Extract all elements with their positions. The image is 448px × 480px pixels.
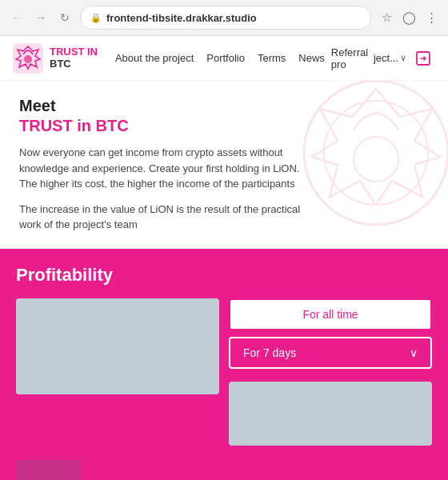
logo[interactable]: TRUST IN BTC bbox=[13, 43, 98, 74]
forward-button[interactable]: → bbox=[32, 9, 50, 26]
profitability-grid: For all time For 7 days ∨ bbox=[16, 298, 432, 455]
for-all-time-button[interactable]: For all time bbox=[229, 298, 432, 330]
nav-referral-dropdown[interactable]: Referral project... ∨ bbox=[331, 46, 406, 70]
back-button[interactable]: ← bbox=[8, 9, 26, 26]
svg-point-2 bbox=[24, 55, 32, 63]
bar-chart-1 bbox=[16, 460, 80, 481]
reload-button[interactable]: ↻ bbox=[56, 9, 74, 26]
lock-icon: 🔒 bbox=[90, 13, 102, 23]
svg-point-7 bbox=[354, 137, 398, 182]
address-bar[interactable]: 🔒 frontend-tibsite.drakkar.studio bbox=[80, 6, 371, 30]
svg-point-5 bbox=[324, 101, 428, 205]
bottom-bar-charts bbox=[16, 455, 432, 481]
page-content: TRUST IN BTC About the project Portfolio… bbox=[0, 36, 448, 480]
logo-text: TRUST IN BTC bbox=[50, 46, 98, 70]
profitability-title: Profitability bbox=[16, 265, 432, 286]
logo-icon bbox=[13, 43, 43, 74]
site-nav: TRUST IN BTC About the project Portfolio… bbox=[0, 36, 448, 81]
login-button[interactable] bbox=[411, 46, 435, 70]
extension-icon[interactable]: ◯ bbox=[400, 9, 418, 26]
nav-about[interactable]: About the project bbox=[109, 47, 200, 69]
browser-toolbar: ← → ↻ 🔒 frontend-tibsite.drakkar.studio … bbox=[0, 0, 448, 35]
right-controls: For all time For 7 days ∨ bbox=[229, 298, 432, 446]
main-chart-placeholder bbox=[16, 298, 219, 394]
nav-terms[interactable]: Terms bbox=[251, 47, 292, 69]
url-text: frontend-tibsite.drakkar.studio bbox=[106, 12, 257, 24]
menu-icon[interactable]: ⋮ bbox=[422, 9, 440, 26]
nav-links: About the project Portfolio Terms News R… bbox=[109, 46, 406, 70]
hero-paragraph-1: Now everyone can get income from crypto … bbox=[19, 145, 315, 192]
bookmark-icon[interactable]: ☆ bbox=[378, 9, 395, 26]
svg-marker-6 bbox=[312, 89, 440, 205]
profitability-section: Profitability For all time For 7 days ∨ bbox=[0, 249, 448, 481]
hero-section: Meet TRUST in BTC Now everyone can get i… bbox=[0, 81, 448, 249]
toolbar-actions: ☆ ◯ ⋮ bbox=[378, 9, 440, 26]
browser-chrome: ← → ↻ 🔒 frontend-tibsite.drakkar.studio … bbox=[0, 0, 448, 36]
hero-decoration-icon bbox=[288, 81, 448, 233]
dropdown-7days-icon: ∨ bbox=[410, 346, 418, 359]
for-7-days-button[interactable]: For 7 days ∨ bbox=[229, 337, 432, 369]
small-chart-placeholder bbox=[229, 382, 432, 446]
hero-paragraph-2: The increase in the value of LiON is the… bbox=[19, 202, 315, 233]
nav-news[interactable]: News bbox=[292, 47, 331, 69]
dropdown-chevron-icon: ∨ bbox=[400, 53, 406, 63]
nav-portfolio[interactable]: Portfolio bbox=[200, 47, 251, 69]
